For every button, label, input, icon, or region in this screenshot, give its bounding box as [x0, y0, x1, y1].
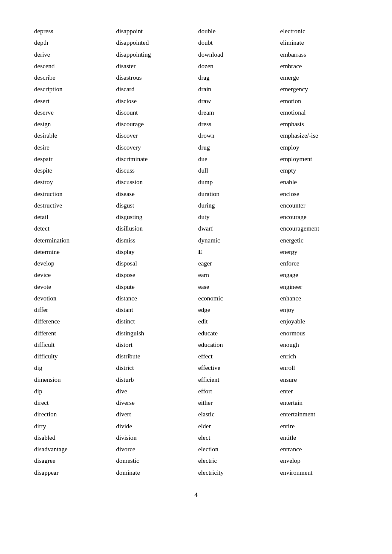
word-cell: discourage [116, 118, 194, 130]
word-cell: emotion [280, 95, 358, 107]
page: depressdisappointdoubleelectronicdepthdi… [0, 0, 392, 554]
word-cell: difficulty [34, 351, 112, 362]
word-cell: depress [34, 26, 112, 37]
word-cell: education [198, 339, 276, 351]
word-cell: differ [34, 304, 112, 316]
word-cell: duty [198, 211, 276, 223]
word-cell: destruction [34, 188, 112, 200]
word-cell: dull [198, 165, 276, 176]
word-cell: embrace [280, 61, 358, 72]
word-cell: deserve [34, 107, 112, 118]
word-cell: distinguish [116, 328, 194, 339]
word-cell: despite [34, 165, 112, 176]
word-cell: enforce [280, 258, 358, 269]
word-cell: encounter [280, 200, 358, 211]
word-cell: emphasis [280, 118, 358, 130]
word-cell: efficient [198, 374, 276, 386]
word-cell: encourage [280, 211, 358, 223]
word-cell: electric [198, 455, 276, 467]
word-cell: distribute [116, 351, 194, 362]
word-cell: difference [34, 316, 112, 327]
word-cell: distort [116, 339, 194, 351]
word-cell: dwarf [198, 223, 276, 234]
word-cell: effect [198, 351, 276, 362]
word-cell: domestic [116, 455, 194, 467]
word-cell: ensure [280, 374, 358, 386]
word-cell: devote [34, 281, 112, 293]
word-cell: description [34, 84, 112, 95]
word-cell: determination [34, 235, 112, 246]
word-cell: design [34, 118, 112, 130]
word-cell: entire [280, 421, 358, 432]
word-cell: devotion [34, 293, 112, 304]
word-cell: divide [116, 421, 194, 432]
word-cell: device [34, 269, 112, 281]
word-cell: disclose [116, 95, 194, 107]
word-cell: eager [198, 258, 276, 269]
word-cell: diverse [116, 397, 194, 409]
word-cell: entrance [280, 444, 358, 455]
word-cell: disturb [116, 374, 194, 386]
word-cell: dump [198, 176, 276, 188]
word-cell: disappointed [116, 37, 194, 49]
word-cell: desirable [34, 130, 112, 141]
word-cell: despair [34, 153, 112, 165]
word-cell: enjoy [280, 304, 358, 316]
word-cell: dress [198, 118, 276, 130]
word-cell: entitle [280, 432, 358, 444]
word-cell: edge [198, 304, 276, 316]
word-cell: engineer [280, 281, 358, 293]
word-cell: display [116, 246, 194, 258]
word-cell: dive [116, 386, 194, 397]
word-cell: election [198, 444, 276, 455]
word-cell: embarrass [280, 49, 358, 61]
word-cell: enclose [280, 188, 358, 200]
word-cell: download [198, 49, 276, 61]
word-cell: drain [198, 84, 276, 95]
word-cell: enormous [280, 328, 358, 339]
word-cell: effort [198, 386, 276, 397]
word-cell: distinct [116, 316, 194, 327]
word-cell: educate [198, 328, 276, 339]
word-cell: different [34, 328, 112, 339]
word-cell: discovery [116, 142, 194, 153]
word-cell: division [116, 432, 194, 444]
word-cell: employ [280, 142, 358, 153]
word-cell: enough [280, 339, 358, 351]
word-cell: emergency [280, 84, 358, 95]
word-cell: disgust [116, 200, 194, 211]
word-cell: entertainment [280, 409, 358, 420]
word-cell: divert [116, 409, 194, 420]
word-cell: enable [280, 176, 358, 188]
word-cell: district [116, 362, 194, 374]
word-cell: duration [198, 188, 276, 200]
word-cell: disgusting [116, 211, 194, 223]
word-cell: due [198, 153, 276, 165]
word-cell: emphasize/-ise [280, 130, 358, 141]
word-cell: descend [34, 61, 112, 72]
word-cell: enter [280, 386, 358, 397]
word-cell: edit [198, 316, 276, 327]
word-cell: dig [34, 362, 112, 374]
word-cell: economic [198, 293, 276, 304]
word-cell: either [198, 397, 276, 409]
word-grid: depressdisappointdoubleelectronicdepthdi… [34, 26, 358, 479]
word-cell: determine [34, 246, 112, 258]
word-cell: disabled [34, 432, 112, 444]
word-cell: environment [280, 467, 358, 479]
word-cell: double [198, 26, 276, 37]
word-cell: disillusion [116, 223, 194, 234]
word-cell: elder [198, 421, 276, 432]
word-cell: distant [116, 304, 194, 316]
word-cell: dispute [116, 281, 194, 293]
word-cell: enjoyable [280, 316, 358, 327]
word-cell: during [198, 200, 276, 211]
word-cell: dozen [198, 61, 276, 72]
word-cell: dominate [116, 467, 194, 479]
word-cell: develop [34, 258, 112, 269]
word-cell: electricity [198, 467, 276, 479]
word-cell: elastic [198, 409, 276, 420]
word-cell: discount [116, 107, 194, 118]
word-cell: disappointing [116, 49, 194, 61]
word-cell: elect [198, 432, 276, 444]
